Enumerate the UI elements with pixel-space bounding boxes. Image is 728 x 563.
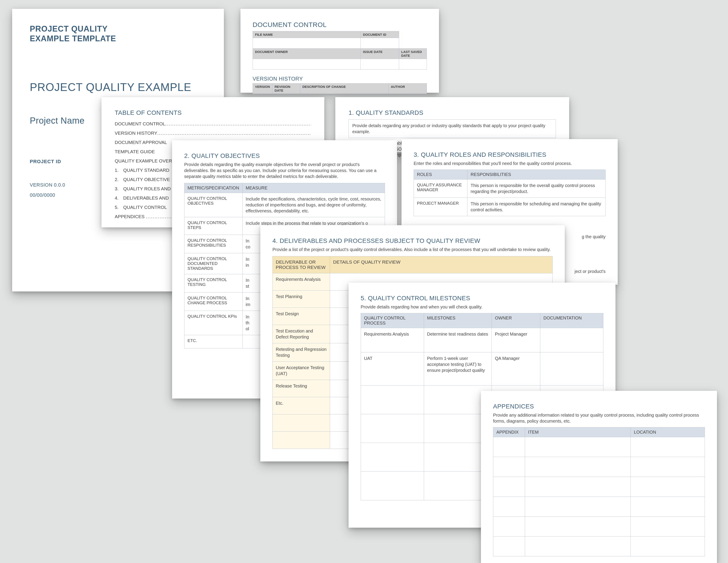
table-row bbox=[493, 497, 705, 517]
toc-line: DOCUMENT CONTROL bbox=[115, 121, 311, 126]
s1-intro: Provide details regarding any product or… bbox=[352, 123, 552, 135]
table-row: QUALITY ASSURANCE MANAGER This person is… bbox=[414, 179, 606, 198]
toc-line: VERSION HISTORY bbox=[115, 130, 311, 136]
doc-control-table: FILE NAME DOCUMENT ID DOCUMENT OWNER ISS… bbox=[253, 31, 427, 70]
th-deliverable: DELIVERABLE OR PROCESS TO REVIEW bbox=[273, 256, 330, 273]
th-process: QUALITY CONTROL PROCESS bbox=[361, 313, 424, 328]
th-location: LOCATION bbox=[631, 428, 705, 437]
appendices-table: APPENDIX ITEM LOCATION bbox=[493, 427, 705, 556]
th-milestones: MILESTONES bbox=[424, 313, 492, 328]
th-item: ITEM bbox=[525, 428, 631, 437]
table-row bbox=[493, 477, 705, 497]
table-row bbox=[493, 537, 705, 556]
s1-heading: 1. QUALITY STANDARDS bbox=[349, 109, 556, 116]
table-row bbox=[493, 517, 705, 537]
table-row: UAT Perform 1-week user acceptance testi… bbox=[361, 352, 603, 386]
vh-rev-date: REVISION DATE bbox=[272, 83, 300, 94]
table-row: QUALITY CONTROL OBJECTIVESInclude the sp… bbox=[184, 193, 385, 217]
s4-heading: 4. DELIVERABLES AND PROCESSES SUBJECT TO… bbox=[272, 237, 553, 244]
s3-heading: 3. QUALITY ROLES AND RESPONSIBILITIES bbox=[414, 151, 606, 158]
th-documentation: DOCUMENTATION bbox=[540, 313, 603, 328]
th-issue-date: ISSUE DATE bbox=[361, 49, 399, 59]
th-doc-owner: DOCUMENT OWNER bbox=[253, 49, 361, 59]
table-row bbox=[493, 437, 705, 457]
th-metric: METRIC/SPECIFICATION bbox=[184, 183, 243, 193]
version-history-heading: VERSION HISTORY bbox=[253, 76, 427, 82]
th-last-saved: LAST SAVED DATE bbox=[399, 49, 427, 59]
s2-intro: Provide details regarding the quality ex… bbox=[184, 162, 385, 179]
appendices-heading: APPENDICES bbox=[493, 403, 705, 410]
table-row: PROJECT MANAGER This person is responsib… bbox=[414, 198, 606, 216]
s3-table: ROLES RESPONSIBILITIES QUALITY ASSURANCE… bbox=[414, 169, 606, 216]
s2-heading: 2. QUALITY OBJECTIVES bbox=[184, 152, 385, 159]
vh-desc: DESCRIPTION OF CHANGE bbox=[300, 83, 388, 94]
template-title-1: PROJECT QUALITY bbox=[30, 24, 206, 34]
appendices-intro: Provide any additional information relat… bbox=[493, 412, 705, 424]
s3-intro: Enter the roles and responsibilities tha… bbox=[414, 160, 606, 166]
page-doc-control: DOCUMENT CONTROL FILE NAME DOCUMENT ID D… bbox=[240, 9, 439, 93]
th-details: DETAILS OF QUALITY REVIEW bbox=[330, 256, 553, 273]
th-measure: MEASURE bbox=[242, 183, 385, 193]
version-history-table: VERSION REVISION DATE DESCRIPTION OF CHA… bbox=[253, 83, 427, 94]
doc-title: PROJECT QUALITY EXAMPLE bbox=[30, 81, 206, 94]
th-owner: OWNER bbox=[492, 313, 540, 328]
doc-control-heading: DOCUMENT CONTROL bbox=[253, 21, 427, 28]
th-resp: RESPONSIBILITIES bbox=[467, 170, 606, 179]
template-title-2: EXAMPLE TEMPLATE bbox=[30, 34, 206, 43]
table-row: Requirements Analysis Determine test rea… bbox=[361, 328, 603, 352]
s1-intro-box: Provide details regarding any product or… bbox=[349, 119, 556, 138]
page-appendices: APPENDICES Provide any additional inform… bbox=[481, 391, 717, 563]
s4-intro: Provide a list of the project or product… bbox=[272, 246, 553, 252]
th-roles: ROLES bbox=[414, 170, 467, 179]
vh-version: VERSION bbox=[253, 83, 272, 94]
th-appendix: APPENDIX bbox=[493, 428, 525, 437]
toc-heading: TABLE OF CONTENTS bbox=[115, 109, 311, 116]
s5-heading: 5. QUALITY CONTROL MILESTONES bbox=[361, 295, 603, 302]
s5-intro: Provide details regarding how and when y… bbox=[361, 304, 603, 310]
th-doc-id: DOCUMENT ID bbox=[361, 31, 399, 38]
vh-author: AUTHOR bbox=[388, 83, 427, 94]
table-row bbox=[493, 457, 705, 477]
th-file-name: FILE NAME bbox=[253, 31, 361, 38]
